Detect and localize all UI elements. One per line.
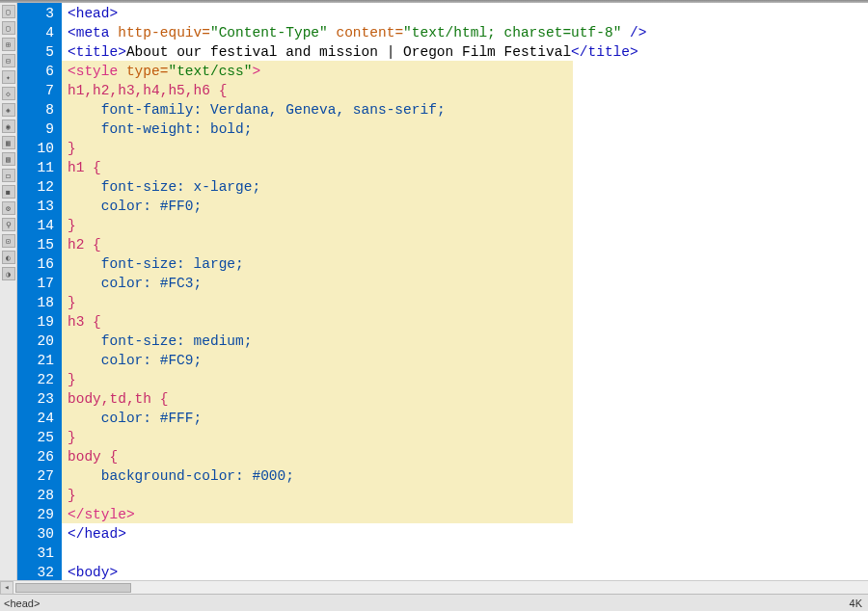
token-pink: </style> [68,507,135,522]
token-tag: <meta [68,25,118,40]
token-prop: ; [244,121,253,137]
code-line[interactable]: <head> [68,4,868,23]
code-line[interactable]: font-size: large; [68,254,868,274]
code-line[interactable]: font-weight: bold; [68,120,868,139]
token-prop: font-size: [68,179,194,195]
token-prop: Verdana, Geneva, sans-serif [210,102,437,118]
code-line[interactable]: background-color: #000; [68,466,868,486]
horizontal-scrollbar[interactable]: ◂ [0,580,868,594]
code-line[interactable]: <style type="text/css"> [68,62,868,81]
code-line[interactable]: font-size: x-large; [68,177,868,197]
code-line[interactable]: font-size: medium; [68,332,868,351]
token-pink: > [252,64,260,79]
scroll-thumb[interactable] [15,583,131,593]
tool-icon[interactable]: ▦ [2,136,15,149]
tool-icon[interactable]: ◈ [2,103,15,117]
tool-icon[interactable]: ⊡ [2,234,15,248]
line-number: 12 [17,177,54,197]
tool-icon[interactable]: ◼ [2,185,15,199]
tool-icon[interactable]: ▢ [2,21,15,35]
editor-main-area: ▢▢⊞⊟✦◇◈◉▦▧◻◼⚙⚲⊡◐◑ 3456789101112131415161… [0,3,868,591]
token-tag: <title> [68,44,126,60]
tool-icon[interactable]: ◉ [2,120,15,133]
tool-icon[interactable]: ⚙ [2,201,15,215]
code-line[interactable]: color: #FFF; [68,409,868,428]
line-number: 27 [17,466,54,486]
token-prop: ; [194,199,203,214]
tool-icon[interactable]: ▢ [2,5,15,18]
code-line[interactable]: body,td,th { [68,389,868,409]
token-prop: font-size: [68,333,194,349]
line-number: 10 [17,139,54,158]
line-number: 5 [17,42,54,62]
token-tag: </head> [68,526,126,542]
token-tag: <head> [68,6,118,21]
code-line[interactable]: color: #FF0; [68,197,868,216]
code-line[interactable]: color: #FC3; [68,274,868,293]
code-line[interactable]: h1 { [68,158,868,177]
line-number: 28 [17,486,54,505]
token-prop: font-weight: [68,121,210,137]
line-number: 29 [17,505,54,524]
token-prop: #000 [252,468,285,484]
token-pink: <style [68,64,126,79]
token-prop: #FFF [160,411,194,426]
code-line[interactable]: h1,h2,h3,h4,h5,h6 { [68,81,868,100]
line-number: 21 [17,351,54,370]
token-brace: { [93,237,101,252]
code-editor[interactable]: <head><meta http-equiv="Content-Type" co… [62,3,868,591]
code-line[interactable]: <title>About our festival and mission | … [68,42,868,62]
code-line[interactable] [68,544,868,563]
code-line[interactable]: h3 { [68,312,868,332]
line-number: 30 [17,524,54,544]
code-line[interactable]: color: #FC9; [68,351,868,370]
token-sel: h1,h2,h3,h4,h5,h6 [68,83,219,98]
token-brace: { [93,160,101,175]
line-number: 4 [17,23,54,42]
tool-icon[interactable]: ◻ [2,169,15,182]
code-line[interactable]: font-family: Verdana, Geneva, sans-serif… [68,100,868,120]
line-number: 18 [17,293,54,312]
tool-icon[interactable]: ⊟ [2,54,15,67]
tool-icon[interactable]: ▧ [2,152,15,166]
tool-icon[interactable]: ✦ [2,70,15,84]
token-prop: ; [194,353,203,368]
scroll-left-arrow-icon[interactable]: ◂ [0,581,14,595]
code-line[interactable]: </style> [68,505,868,524]
token-prop: ; [285,468,294,484]
line-number: 7 [17,81,54,100]
token-prop: ; [194,276,203,291]
code-line[interactable]: <body> [68,563,868,582]
token-sel: h3 [68,314,93,330]
code-line[interactable]: } [68,486,868,505]
line-number: 6 [17,62,54,81]
tool-icon[interactable]: ◐ [2,251,15,264]
code-line[interactable]: body { [68,447,868,466]
token-brace: } [68,488,76,503]
token-prop: large [194,256,236,272]
token-brace: } [68,141,76,156]
token-brace: { [160,391,169,407]
code-line[interactable]: h2 { [68,235,868,254]
line-number: 13 [17,197,54,216]
code-line[interactable]: </head> [68,524,868,544]
token-prop: #FF0 [160,199,194,214]
code-line[interactable]: } [68,293,868,312]
tool-icon[interactable]: ◑ [2,267,15,280]
line-number: 26 [17,447,54,466]
code-line[interactable]: } [68,216,868,235]
code-line[interactable]: <meta http-equiv="Content-Type" content=… [68,23,868,42]
token-text: About our festival and mission | Oregon … [126,44,571,60]
token-prop: medium [194,333,244,349]
line-number: 23 [17,389,54,409]
code-line[interactable]: } [68,428,868,447]
code-line[interactable]: } [68,370,868,389]
line-number: 31 [17,544,54,563]
tool-icon[interactable]: ⊞ [2,38,15,51]
token-brace: { [110,449,119,465]
tool-icon[interactable]: ⚲ [2,218,15,231]
token-prop: ; [252,179,260,195]
code-content[interactable]: <head><meta http-equiv="Content-Type" co… [62,3,868,582]
tool-icon[interactable]: ◇ [2,87,15,100]
code-line[interactable]: } [68,139,868,158]
